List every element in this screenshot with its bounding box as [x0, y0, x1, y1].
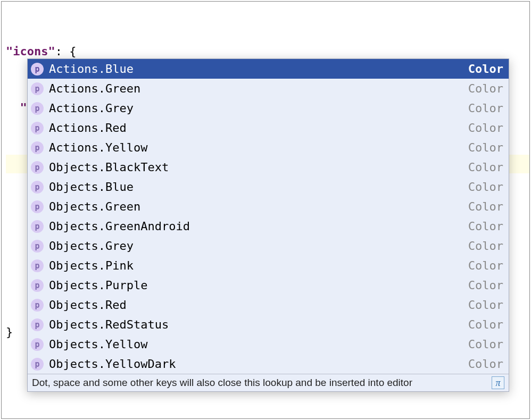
- completion-type: Color: [468, 357, 503, 371]
- property-icon: p: [31, 279, 44, 292]
- completion-type: Color: [468, 102, 503, 115]
- completion-item[interactable]: pActions.YellowColor: [28, 138, 509, 157]
- completion-label: Objects.Pink: [49, 259, 468, 272]
- completion-item[interactable]: pActions.RedColor: [28, 118, 509, 138]
- completion-type: Color: [468, 239, 503, 253]
- property-icon: p: [31, 259, 44, 272]
- completion-hint-text: Dot, space and some other keys will also…: [32, 377, 488, 389]
- completion-item[interactable]: pObjects.PurpleColor: [28, 275, 509, 295]
- completion-hint-bar: Dot, space and some other keys will also…: [28, 374, 509, 391]
- completion-type: Color: [468, 161, 503, 174]
- completion-label: Objects.GreenAndroid: [49, 220, 468, 233]
- editor-frame: "icons": { "ColorPalette": { "" } pActio…: [1, 1, 530, 419]
- completion-item[interactable]: pObjects.RedColor: [28, 295, 509, 315]
- completion-item[interactable]: pObjects.BlackTextColor: [28, 157, 509, 177]
- completion-type: Color: [468, 62, 503, 75]
- json-text: : {: [55, 45, 77, 58]
- property-icon: p: [31, 338, 44, 351]
- completion-label: Actions.Blue: [49, 62, 468, 75]
- property-icon: p: [31, 63, 44, 75]
- property-icon: p: [31, 220, 44, 233]
- completion-label: Objects.Green: [49, 200, 468, 213]
- completion-type: Color: [468, 338, 503, 351]
- completion-item[interactable]: pObjects.GreenAndroidColor: [28, 216, 509, 236]
- property-icon: p: [31, 299, 44, 312]
- completion-item[interactable]: pActions.GreenColor: [28, 79, 509, 98]
- completion-type: Color: [468, 259, 503, 272]
- property-icon: p: [31, 240, 44, 253]
- json-key: "icons": [6, 45, 55, 58]
- completion-label: Actions.Green: [49, 82, 468, 95]
- property-icon: p: [31, 141, 44, 154]
- completion-label: Objects.Blue: [49, 180, 468, 194]
- completion-label: Objects.BlackText: [49, 161, 468, 174]
- completion-type: Color: [468, 220, 503, 233]
- json-text: }: [6, 325, 13, 339]
- completion-item[interactable]: pObjects.YellowDarkColor: [28, 354, 509, 374]
- completion-label: Actions.Grey: [49, 102, 468, 115]
- completion-item[interactable]: pObjects.PinkColor: [28, 256, 509, 275]
- completion-type: Color: [468, 82, 503, 95]
- property-icon: p: [31, 102, 44, 115]
- property-icon: p: [31, 82, 44, 95]
- completion-type: Color: [468, 279, 503, 292]
- pi-button[interactable]: π: [492, 376, 504, 389]
- completion-item[interactable]: pObjects.GreyColor: [28, 236, 509, 256]
- completion-type: Color: [468, 141, 503, 154]
- property-icon: p: [31, 161, 44, 174]
- completion-type: Color: [468, 298, 503, 312]
- completion-type: Color: [468, 200, 503, 213]
- completion-type: Color: [468, 180, 503, 194]
- completion-type: Color: [468, 121, 503, 135]
- completion-label: Objects.Yellow: [49, 338, 468, 351]
- completion-type: Color: [468, 318, 503, 331]
- completion-item[interactable]: pObjects.RedStatusColor: [28, 315, 509, 334]
- property-icon: p: [31, 200, 44, 213]
- property-icon: p: [31, 181, 44, 194]
- completion-label: Actions.Red: [49, 121, 468, 135]
- completion-popup: pActions.BlueColorpActions.GreenColorpAc…: [27, 58, 509, 392]
- property-icon: p: [31, 122, 44, 135]
- completion-label: Objects.Red: [49, 298, 468, 312]
- completion-label: Objects.Grey: [49, 239, 468, 253]
- completion-label: Objects.YellowDark: [49, 357, 468, 371]
- completion-item[interactable]: pActions.BlueColor: [28, 59, 509, 79]
- completion-item[interactable]: pActions.GreyColor: [28, 98, 509, 118]
- property-icon: p: [31, 358, 44, 371]
- completion-item[interactable]: pObjects.YellowColor: [28, 334, 509, 354]
- completion-item[interactable]: pObjects.GreenColor: [28, 197, 509, 216]
- completion-label: Objects.RedStatus: [49, 318, 468, 331]
- completion-list[interactable]: pActions.BlueColorpActions.GreenColorpAc…: [28, 59, 509, 374]
- property-icon: p: [31, 318, 44, 331]
- completion-item[interactable]: pObjects.BlueColor: [28, 177, 509, 197]
- completion-label: Actions.Yellow: [49, 141, 468, 154]
- completion-label: Objects.Purple: [49, 279, 468, 292]
